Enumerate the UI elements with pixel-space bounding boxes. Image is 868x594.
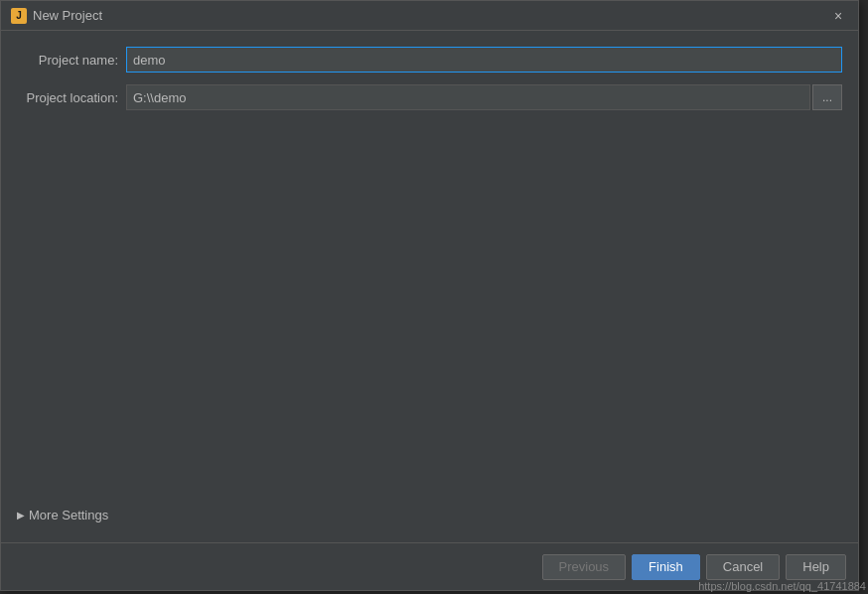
- close-button[interactable]: ×: [828, 6, 848, 26]
- project-location-label: Project location:: [17, 90, 126, 105]
- more-settings-toggle[interactable]: ▶ More Settings: [17, 504, 842, 526]
- cancel-button[interactable]: Cancel: [706, 554, 780, 580]
- project-location-input[interactable]: [126, 84, 810, 110]
- dialog-content: Project name: Project location: ... ▶ Mo…: [1, 31, 858, 542]
- previous-button[interactable]: Previous: [542, 554, 627, 580]
- dialog-overlay: J New Project × Project name: Project lo…: [0, 0, 868, 594]
- title-left: J New Project: [11, 8, 102, 24]
- more-settings-arrow-icon: ▶: [17, 510, 25, 520]
- project-name-label: Project name:: [17, 53, 126, 68]
- watermark: https://blog.csdn.net/qq_41741884: [698, 580, 866, 592]
- finish-button[interactable]: Finish: [632, 554, 700, 580]
- app-icon: J: [11, 8, 27, 24]
- project-name-input[interactable]: [126, 47, 842, 73]
- browse-button[interactable]: ...: [812, 84, 842, 110]
- dialog-titlebar: J New Project ×: [1, 1, 858, 31]
- help-button[interactable]: Help: [786, 554, 846, 580]
- project-location-row: Project location: ...: [17, 84, 842, 110]
- more-settings-label: More Settings: [29, 508, 108, 522]
- content-spacer: [17, 122, 842, 504]
- project-name-row: Project name:: [17, 47, 842, 73]
- dialog-title: New Project: [33, 8, 102, 23]
- new-project-dialog: J New Project × Project name: Project lo…: [0, 0, 859, 591]
